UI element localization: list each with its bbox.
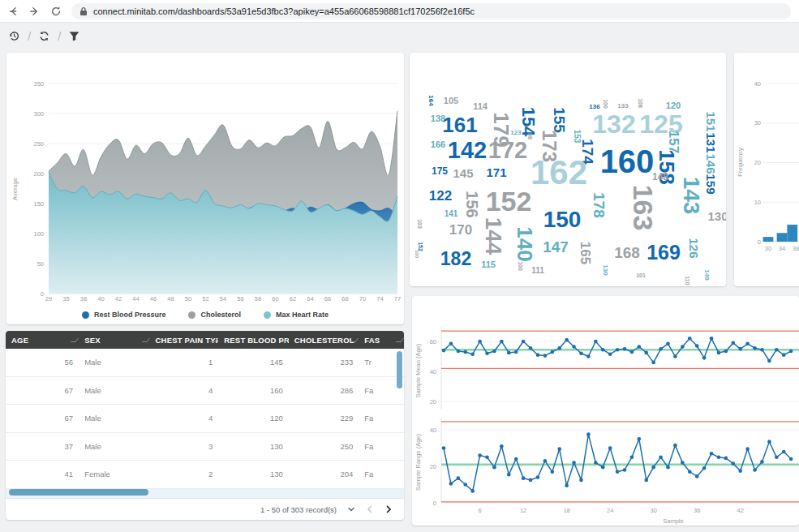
wordcloud-word[interactable]: 133 bbox=[617, 103, 628, 109]
wordcloud-word[interactable]: 144 bbox=[482, 217, 505, 255]
wordcloud-word[interactable]: 150 bbox=[543, 208, 582, 231]
wordcloud-word[interactable]: 148 bbox=[652, 172, 668, 182]
wordcloud-word[interactable]: 145 bbox=[453, 167, 473, 179]
wordcloud-word[interactable]: 122 bbox=[429, 189, 452, 203]
wordcloud-word[interactable]: 182 bbox=[440, 250, 471, 268]
column-header-rest-blood-press-[interactable]: REST BLOOD PRESS... bbox=[218, 336, 289, 345]
back-icon[interactable] bbox=[8, 6, 19, 17]
histogram-canvas[interactable]: 010203040303438Frequency bbox=[734, 53, 799, 286]
wordcloud-word[interactable]: 123 bbox=[510, 130, 521, 136]
wordcloud-word[interactable]: 142 bbox=[448, 139, 487, 162]
wordcloud-word[interactable]: 140 bbox=[514, 226, 535, 261]
wordcloud-word[interactable]: 164 bbox=[427, 95, 434, 105]
wordcloud-word[interactable]: 110 bbox=[685, 276, 690, 285]
wordcloud-word[interactable]: 152 bbox=[486, 187, 532, 215]
wordcloud-word[interactable]: 131 bbox=[705, 132, 717, 152]
wordcloud-word[interactable]: 172 bbox=[488, 139, 527, 162]
data-point bbox=[666, 466, 670, 470]
sync-icon[interactable] bbox=[38, 30, 50, 42]
wordcloud-word[interactable]: 100 bbox=[603, 99, 608, 109]
wordcloud-word[interactable]: 163 bbox=[629, 185, 657, 231]
wordcloud-word[interactable]: 159 bbox=[705, 174, 717, 194]
wordcloud-word[interactable]: 166 bbox=[431, 140, 445, 149]
wordcloud-word[interactable]: 149 bbox=[703, 269, 710, 280]
wordcloud-word[interactable]: 141 bbox=[445, 210, 458, 218]
wordcloud-word[interactable]: 130 bbox=[602, 264, 608, 275]
table-row[interactable]: 37Male3130250Fa bbox=[6, 433, 404, 461]
wordcloud-word[interactable]: 165 bbox=[578, 242, 592, 264]
data-point bbox=[551, 470, 555, 474]
table-cell: 56 bbox=[6, 358, 79, 367]
table-row[interactable]: 67Male4120229Fa bbox=[6, 405, 404, 433]
wordcloud-word[interactable]: 115 bbox=[481, 260, 496, 269]
forward-icon[interactable] bbox=[29, 6, 41, 17]
wordcloud-word[interactable]: 178 bbox=[591, 192, 607, 218]
vertical-scrollbar[interactable] bbox=[397, 351, 402, 388]
wordcloud-word[interactable]: 156 bbox=[464, 191, 480, 217]
column-header-cholesterol[interactable]: CHOLESTEROL bbox=[289, 336, 359, 345]
next-page-button[interactable] bbox=[384, 505, 393, 514]
data-point bbox=[724, 350, 728, 354]
wordcloud-word[interactable]: 126 bbox=[688, 238, 700, 258]
control-charts-canvas[interactable]: 204060Sample Mean (Age)02040612182430364… bbox=[412, 296, 799, 526]
wordcloud-word[interactable]: 100 bbox=[415, 250, 419, 258]
table-cell: 160 bbox=[218, 386, 289, 395]
wordcloud-word[interactable]: 147 bbox=[543, 239, 569, 255]
wordcloud-word[interactable]: 168 bbox=[614, 245, 640, 260]
wordcloud-word[interactable]: 146 bbox=[705, 153, 717, 174]
wordcloud-word[interactable]: 108 bbox=[638, 98, 643, 108]
heart-data-table-panel: AGESEXCHEST PAIN TYPEREST BLOOD PRESS...… bbox=[6, 331, 404, 520]
wordcloud-word[interactable]: 170 bbox=[449, 223, 472, 237]
wordcloud-word[interactable]: 175 bbox=[432, 166, 448, 176]
table-row[interactable]: 67Male4160286Fa bbox=[6, 377, 404, 405]
wordcloud-word[interactable]: 169 bbox=[647, 242, 681, 263]
prev-page-button[interactable] bbox=[365, 505, 374, 514]
history-icon[interactable] bbox=[8, 30, 20, 42]
column-header-chest-pain-type[interactable]: CHEST PAIN TYPE bbox=[150, 336, 219, 345]
wordcloud-word[interactable]: 98 bbox=[527, 133, 533, 139]
wordcloud-word[interactable]: 162 bbox=[531, 156, 587, 190]
data-point bbox=[529, 346, 533, 350]
wordcloud-word[interactable]: 171 bbox=[486, 166, 506, 178]
y-tick-label: 10 bbox=[754, 199, 761, 206]
data-point bbox=[702, 466, 707, 470]
wordcloud-word[interactable]: 120 bbox=[666, 101, 681, 110]
table-row[interactable]: 56Male1145233Tr bbox=[6, 349, 404, 377]
y-tick-label: 300 bbox=[33, 110, 44, 118]
wordcloud-word[interactable]: 114 bbox=[473, 102, 488, 111]
table-cell: Fa bbox=[359, 442, 404, 451]
legend-item-cholesterol[interactable]: Cholesterol bbox=[188, 311, 241, 319]
column-header-sex[interactable]: SEX bbox=[79, 336, 149, 345]
wordcloud-word[interactable]: 103 bbox=[417, 219, 423, 229]
wordcloud-word[interactable]: 160 bbox=[600, 145, 655, 178]
data-point bbox=[616, 470, 620, 474]
horizontal-scrollbar[interactable] bbox=[9, 489, 148, 496]
data-point bbox=[457, 476, 461, 480]
wordcloud-word[interactable]: 143 bbox=[680, 177, 702, 215]
legend-item-max-heart-rate[interactable]: Max Heart Rate bbox=[264, 311, 329, 319]
wordcloud-word[interactable]: 111 bbox=[531, 267, 544, 275]
data-point bbox=[673, 354, 677, 358]
column-header-age[interactable]: AGE bbox=[6, 336, 79, 345]
address-bar[interactable]: connect.minitab.com/dashboards/53a91e5d3… bbox=[71, 3, 791, 19]
wordcloud-word[interactable]: 130 bbox=[707, 210, 726, 222]
toolbar-separator: / bbox=[58, 29, 61, 43]
wordcloud-word[interactable]: 101 bbox=[636, 272, 646, 278]
wordcloud-word[interactable]: 161 bbox=[442, 114, 477, 135]
page-size-dropdown[interactable] bbox=[346, 505, 355, 514]
y-tick-label: 40 bbox=[430, 427, 436, 434]
table-row[interactable]: 41Female2130204Fa bbox=[6, 461, 404, 489]
legend-item-rest-blood-pressure[interactable]: Rest Blood Pressure bbox=[82, 311, 166, 319]
column-header-fas[interactable]: FAS bbox=[359, 336, 404, 345]
wordcloud-word[interactable]: 132 bbox=[592, 111, 635, 137]
wordcloud-word[interactable]: 100 bbox=[518, 261, 523, 271]
wordcloud-word[interactable]: 154 bbox=[519, 107, 537, 137]
data-point bbox=[775, 348, 779, 352]
wordcloud-word[interactable]: 105 bbox=[444, 97, 458, 105]
data-point bbox=[557, 447, 561, 451]
filter-icon[interactable] bbox=[68, 30, 80, 42]
area-chart-canvas[interactable]: 0501001502002503003502935384042444648505… bbox=[6, 53, 404, 306]
reload-icon[interactable] bbox=[50, 6, 62, 17]
x-tick-label: 56 bbox=[237, 295, 243, 302]
wordcloud-word[interactable]: 151 bbox=[705, 111, 717, 131]
